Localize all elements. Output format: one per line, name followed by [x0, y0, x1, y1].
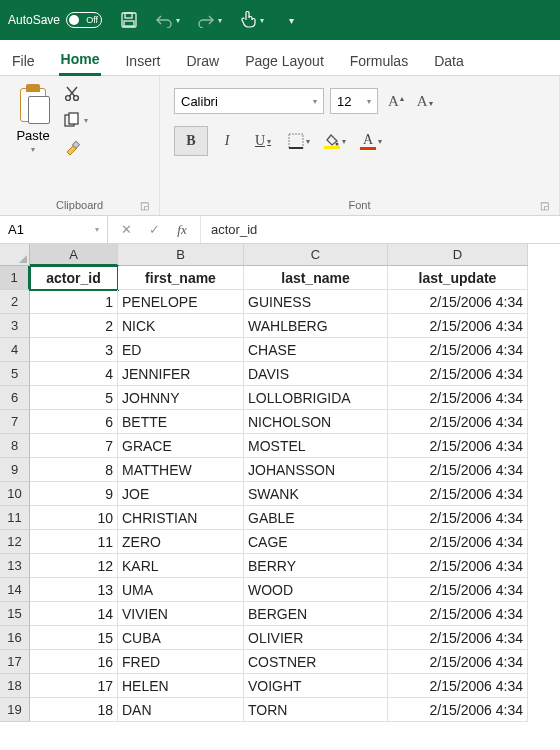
save-icon[interactable] — [120, 11, 138, 29]
cell[interactable]: 2/15/2006 4:34 — [388, 362, 528, 386]
format-painter-button[interactable] — [64, 138, 88, 156]
copy-button[interactable]: ▾ — [64, 112, 88, 128]
cell[interactable]: 7 — [30, 434, 118, 458]
cell[interactable]: PENELOPE — [118, 290, 244, 314]
cell[interactable]: 13 — [30, 578, 118, 602]
cell[interactable]: 2/15/2006 4:34 — [388, 674, 528, 698]
cell[interactable]: ED — [118, 338, 244, 362]
row-header[interactable]: 14 — [0, 578, 30, 602]
cell[interactable]: 10 — [30, 506, 118, 530]
chevron-down-icon[interactable]: ▾ — [260, 16, 264, 25]
cell[interactable]: OLIVIER — [244, 626, 388, 650]
fx-icon[interactable]: fx — [168, 222, 196, 238]
cell[interactable]: first_name — [118, 266, 244, 290]
chevron-down-icon[interactable]: ▾ — [176, 16, 180, 25]
cell[interactable]: NICHOLSON — [244, 410, 388, 434]
dialog-launcher-icon[interactable]: ◲ — [140, 200, 149, 211]
cell[interactable]: 4 — [30, 362, 118, 386]
cell[interactable]: 8 — [30, 458, 118, 482]
chevron-down-icon[interactable]: ▾ — [342, 137, 346, 146]
cell[interactable]: GRACE — [118, 434, 244, 458]
borders-button[interactable]: ▾ — [282, 126, 316, 156]
row-header[interactable]: 10 — [0, 482, 30, 506]
cell[interactable]: 17 — [30, 674, 118, 698]
tab-insert[interactable]: Insert — [123, 47, 162, 75]
row-header[interactable]: 5 — [0, 362, 30, 386]
cell[interactable]: 3 — [30, 338, 118, 362]
cell[interactable]: 2/15/2006 4:34 — [388, 698, 528, 722]
cell[interactable]: 1 — [30, 290, 118, 314]
cell[interactable]: 2/15/2006 4:34 — [388, 506, 528, 530]
cell[interactable]: 2/15/2006 4:34 — [388, 314, 528, 338]
cell[interactable]: CHASE — [244, 338, 388, 362]
dialog-launcher-icon[interactable]: ◲ — [540, 200, 549, 211]
toggle-switch[interactable]: Off — [66, 12, 102, 28]
row-header[interactable]: 8 — [0, 434, 30, 458]
cell[interactable]: 2/15/2006 4:34 — [388, 290, 528, 314]
cell[interactable]: 9 — [30, 482, 118, 506]
row-header[interactable]: 19 — [0, 698, 30, 722]
cell[interactable]: 6 — [30, 410, 118, 434]
cell[interactable]: CAGE — [244, 530, 388, 554]
touch-mode-button[interactable]: ▾ — [240, 11, 264, 29]
formula-input[interactable]: actor_id — [201, 216, 560, 243]
cell[interactable]: WAHLBERG — [244, 314, 388, 338]
cell[interactable]: ZERO — [118, 530, 244, 554]
cell[interactable]: JENNIFER — [118, 362, 244, 386]
tab-home[interactable]: Home — [59, 45, 102, 76]
italic-button[interactable]: I — [210, 126, 244, 156]
chevron-down-icon[interactable]: ▾ — [367, 97, 371, 106]
cell[interactable]: last_name — [244, 266, 388, 290]
cancel-formula-icon[interactable]: ✕ — [112, 222, 140, 237]
redo-button[interactable]: ▾ — [198, 12, 222, 28]
cell[interactable]: 18 — [30, 698, 118, 722]
cell[interactable]: COSTNER — [244, 650, 388, 674]
chevron-down-icon[interactable]: ▾ — [378, 137, 382, 146]
cell[interactable]: KARL — [118, 554, 244, 578]
cell[interactable]: JOHNNY — [118, 386, 244, 410]
paste-button[interactable]: Paste ▾ — [10, 82, 56, 158]
cell[interactable]: actor_id — [30, 266, 118, 290]
cell[interactable]: JOHANSSON — [244, 458, 388, 482]
select-all-corner[interactable] — [0, 244, 30, 266]
cell[interactable]: UMA — [118, 578, 244, 602]
cell[interactable]: 2 — [30, 314, 118, 338]
col-header-a[interactable]: A — [30, 244, 118, 266]
cell[interactable]: FRED — [118, 650, 244, 674]
cell[interactable]: BETTE — [118, 410, 244, 434]
cell[interactable]: 15 — [30, 626, 118, 650]
row-header[interactable]: 6 — [0, 386, 30, 410]
autosave-toggle[interactable]: AutoSave Off — [8, 12, 102, 28]
spreadsheet-grid[interactable]: 12345678910111213141516171819 actor_idfi… — [0, 266, 560, 722]
cell[interactable]: CHRISTIAN — [118, 506, 244, 530]
chevron-down-icon[interactable]: ▾ — [31, 145, 35, 154]
cell[interactable]: 12 — [30, 554, 118, 578]
cell[interactable]: 2/15/2006 4:34 — [388, 530, 528, 554]
enter-formula-icon[interactable]: ✓ — [140, 222, 168, 237]
tab-draw[interactable]: Draw — [184, 47, 221, 75]
cell[interactable]: VOIGHT — [244, 674, 388, 698]
row-header[interactable]: 9 — [0, 458, 30, 482]
cell[interactable]: MATTHEW — [118, 458, 244, 482]
underline-button[interactable]: U▾ — [246, 126, 280, 156]
col-header-d[interactable]: D — [388, 244, 528, 266]
cell[interactable]: 5 — [30, 386, 118, 410]
row-header[interactable]: 18 — [0, 674, 30, 698]
cell[interactable]: HELEN — [118, 674, 244, 698]
cell[interactable]: 14 — [30, 602, 118, 626]
cell[interactable]: 2/15/2006 4:34 — [388, 650, 528, 674]
row-header[interactable]: 13 — [0, 554, 30, 578]
row-header[interactable]: 7 — [0, 410, 30, 434]
cell[interactable]: WOOD — [244, 578, 388, 602]
name-box[interactable]: A1 ▾ — [0, 216, 108, 243]
chevron-down-icon[interactable]: ▾ — [267, 137, 271, 146]
cell[interactable]: TORN — [244, 698, 388, 722]
cell[interactable]: LOLLOBRIGIDA — [244, 386, 388, 410]
bold-button[interactable]: B — [174, 126, 208, 156]
cell[interactable]: BERRY — [244, 554, 388, 578]
tab-page-layout[interactable]: Page Layout — [243, 47, 326, 75]
cell[interactable]: 2/15/2006 4:34 — [388, 554, 528, 578]
increase-font-size-button[interactable]: A — [384, 93, 407, 110]
chevron-down-icon[interactable]: ▾ — [84, 116, 88, 125]
cell[interactable]: BERGEN — [244, 602, 388, 626]
